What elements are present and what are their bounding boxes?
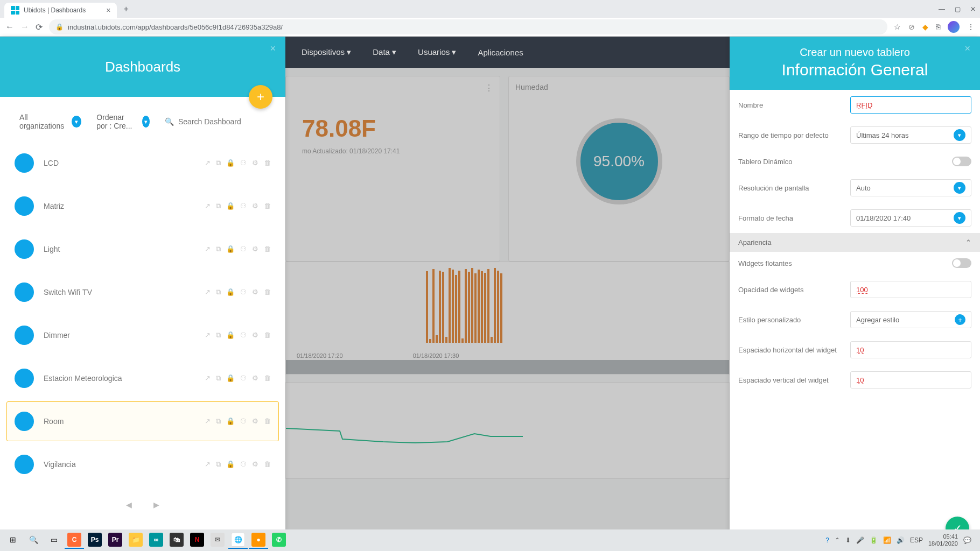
gear-icon[interactable]: ⚙ [252,460,258,469]
appearance-section[interactable]: Apariencia ⌃ [730,233,980,252]
copy-icon[interactable]: ⧉ [216,460,221,469]
vspacing-input[interactable] [856,376,965,384]
search-input[interactable] [178,117,272,126]
tree-icon[interactable]: ⚇ [240,288,247,296]
tree-icon[interactable]: ⚇ [240,417,247,426]
mic-icon[interactable]: 🎤 [856,536,864,544]
tree-icon[interactable]: ⚇ [240,331,247,340]
dashboard-item[interactable]: LCD ↗ ⧉ 🔒 ⚇ ⚙ 🗑 [6,143,279,183]
share-icon[interactable]: ↗ [205,460,211,469]
lock-icon[interactable]: 🔒 [226,159,235,167]
share-icon[interactable]: ↗ [205,374,211,383]
minimize-icon[interactable]: — [939,5,945,13]
trash-icon[interactable]: 🗑 [264,245,271,253]
dashboard-item[interactable]: Light ↗ ⧉ 🔒 ⚇ ⚙ 🗑 [6,229,279,269]
gear-icon[interactable]: ⚙ [252,374,258,383]
clock[interactable]: 05:41 18/01/2020 [928,533,958,547]
dashboard-item[interactable]: Room ↗ ⧉ 🔒 ⚇ ⚙ 🗑 [6,401,279,441]
org-filter-dropdown[interactable]: ▾ [72,116,82,128]
dashboard-item[interactable]: Vigilancia ↗ ⧉ 🔒 ⚇ ⚙ 🗑 [6,444,279,484]
tray-chevron-icon[interactable]: ⌃ [835,536,840,544]
mail-icon[interactable]: ✉ [208,532,227,549]
gear-icon[interactable]: ⚙ [252,288,258,296]
tree-icon[interactable]: ⚇ [240,460,247,469]
page-prev[interactable]: ◀ [126,500,132,509]
wifi-icon[interactable]: 📶 [883,536,891,544]
share-icon[interactable]: ↗ [205,159,211,167]
file-explorer-icon[interactable]: 📁 [126,532,145,549]
dashboard-item[interactable]: Switch Wifi TV ↗ ⧉ 🔒 ⚇ ⚙ 🗑 [6,272,279,312]
copy-icon[interactable]: ⧉ [216,417,221,426]
tree-icon[interactable]: ⚇ [240,159,247,167]
trash-icon[interactable]: 🗑 [264,288,271,296]
name-input[interactable] [856,101,965,109]
app-icon[interactable]: C [65,532,84,549]
whatsapp-icon[interactable]: ✆ [269,532,289,549]
add-dashboard-button[interactable]: + [249,85,272,109]
ext-icon[interactable]: ◆ [922,23,928,31]
resolution-select[interactable]: Auto▾ [850,179,971,196]
app-icon[interactable]: ● [249,532,268,549]
tree-icon[interactable]: ⚇ [240,374,247,383]
forward-button[interactable]: → [20,22,29,32]
dashboard-item[interactable]: Estacion Meteorologica ↗ ⧉ 🔒 ⚇ ⚙ 🗑 [6,358,279,398]
trash-icon[interactable]: 🗑 [264,417,271,426]
nav-usuarios[interactable]: Usuarios ▾ [418,47,456,57]
profile-avatar[interactable] [948,21,960,33]
chart-scrubber[interactable] [286,360,729,374]
reload-button[interactable]: ⟳ [36,22,43,32]
dynamic-toggle[interactable] [952,157,971,166]
star-icon[interactable]: ☆ [894,23,901,31]
share-icon[interactable]: ↗ [205,202,211,210]
store-icon[interactable]: 🛍 [167,532,186,549]
lock-icon[interactable]: 🔒 [226,417,235,426]
lock-icon[interactable]: 🔒 [226,374,235,383]
share-icon[interactable]: ↗ [205,245,211,253]
lock-icon[interactable]: 🔒 [226,245,235,253]
app-icon[interactable]: ∞ [146,532,166,549]
date-format-select[interactable]: 01/18/2020 17:40▾ [850,209,971,227]
translate-icon[interactable]: ⎘ [936,23,940,31]
maximize-icon[interactable]: ▢ [955,5,961,13]
trash-icon[interactable]: 🗑 [264,331,271,340]
trash-icon[interactable]: 🗑 [264,202,271,210]
start-button[interactable]: ⊞ [3,532,23,549]
gear-icon[interactable]: ⚙ [252,331,258,340]
netflix-icon[interactable]: N [187,532,207,549]
trash-icon[interactable]: 🗑 [264,374,271,383]
opacity-input[interactable] [856,286,965,294]
sort-filter-dropdown[interactable]: ▾ [142,116,150,128]
browser-tab[interactable]: Ubidots | Dashboards × [4,3,117,18]
task-view-icon[interactable]: ▭ [44,532,64,549]
tab-close-icon[interactable]: × [106,6,110,15]
panel-close-icon[interactable]: × [964,43,970,54]
style-select[interactable]: Agregar estilo+ [850,311,971,328]
nav-data[interactable]: Data ▾ [373,47,396,57]
page-next[interactable]: ▶ [153,500,159,509]
chrome-icon[interactable]: 🌐 [228,532,248,549]
lock-icon[interactable]: 🔒 [226,331,235,340]
address-bar[interactable]: 🔒 industrial.ubidots.com/app/dashboards/… [49,19,887,34]
copy-icon[interactable]: ⧉ [216,245,221,253]
gear-icon[interactable]: ⚙ [252,202,258,210]
notifications-icon[interactable]: 💬 [963,536,971,544]
hspacing-input[interactable] [856,346,965,354]
search-task-icon[interactable]: 🔍 [24,532,43,549]
nav-aplicaciones[interactable]: Aplicaciones [478,48,523,57]
help-icon[interactable]: ? [825,536,829,544]
copy-icon[interactable]: ⧉ [216,202,221,210]
copy-icon[interactable]: ⧉ [216,288,221,296]
share-icon[interactable]: ↗ [205,417,211,426]
copy-icon[interactable]: ⧉ [216,374,221,383]
share-icon[interactable]: ↗ [205,331,211,340]
nav-dispositivos[interactable]: Dispositivos ▾ [302,47,351,57]
dashboard-item[interactable]: Dimmer ↗ ⧉ 🔒 ⚇ ⚙ 🗑 [6,315,279,355]
menu-icon[interactable]: ⋮ [967,23,975,31]
sidebar-close-icon[interactable]: × [270,43,276,54]
copy-icon[interactable]: ⧉ [216,331,221,340]
app-icon[interactable]: Pr [106,532,125,549]
block-icon[interactable]: ⊘ [908,23,915,31]
volume-icon[interactable]: 🔊 [897,536,905,544]
trash-icon[interactable]: 🗑 [264,159,271,167]
tree-icon[interactable]: ⚇ [240,245,247,253]
